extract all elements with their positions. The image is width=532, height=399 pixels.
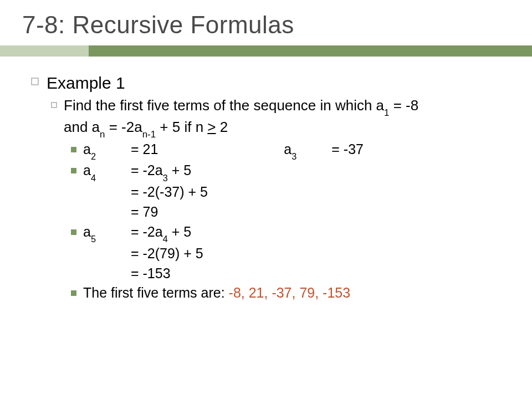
subscript: 4 [163, 234, 168, 244]
subscript: 3 [163, 173, 168, 183]
slide-content: Example 1 Find the first five terms of t… [0, 57, 532, 303]
text: 2 [216, 119, 228, 135]
subscript: n-1 [142, 129, 156, 140]
text: = -2(79) + 5 [131, 244, 203, 263]
text: a [284, 141, 291, 157]
slide-title: 7-8: Recursive Formulas [0, 0, 532, 45]
ge-symbol: > [207, 119, 216, 135]
text: a [83, 162, 91, 178]
filled-square-bullet-icon [71, 147, 76, 152]
subscript: 5 [91, 234, 96, 244]
accent-bar [0, 45, 532, 57]
value: = 21 [131, 140, 158, 159]
example-heading: Example 1 [31, 72, 505, 95]
text: + 5 [168, 162, 191, 178]
text: + 5 [168, 224, 191, 239]
summary-text: The first five terms are: -8, 21, -37, 7… [83, 284, 350, 303]
text: a [83, 141, 91, 157]
filled-square-bullet-icon [71, 168, 76, 173]
term-a4-step3: = 79 [31, 203, 505, 222]
text: = -2a [131, 162, 163, 178]
term-line: a2= 21 a3= -37 [83, 140, 364, 161]
problem-text: Find the first five terms of the sequenc… [64, 96, 418, 139]
text: = -8 [389, 97, 418, 114]
term-a5-step2: = -2(79) + 5 [31, 244, 505, 263]
text: = -2a [131, 224, 163, 239]
text: a [83, 224, 91, 239]
subscript: 3 [291, 151, 296, 161]
summary-line: The first five terms are: -8, 21, -37, 7… [31, 284, 505, 303]
text: = 79 [131, 203, 158, 222]
text: + 5 if n [156, 119, 207, 135]
example-label: Example 1 [47, 72, 125, 95]
term-a4: a4= -2a3 + 5 [31, 161, 505, 182]
filled-square-bullet-icon [71, 229, 76, 235]
filled-square-bullet-icon [71, 290, 76, 296]
problem-statement: Find the first five terms of the sequenc… [31, 96, 505, 139]
term-a4-step2: = -2(-37) + 5 [31, 183, 505, 202]
term-a2-a3: a2= 21 a3= -37 [31, 140, 505, 161]
accent-bar-left [0, 45, 89, 57]
subscript: n [100, 129, 105, 140]
hollow-square-bullet-icon [51, 102, 57, 108]
term-line: a5= -2a4 + 5 [83, 223, 191, 243]
text: Find the first five terms of the sequenc… [64, 97, 384, 114]
term-a5: a5= -2a4 + 5 [31, 223, 505, 243]
text: = -2(-37) + 5 [131, 183, 208, 202]
term-line: a4= -2a3 + 5 [83, 161, 191, 182]
hollow-square-bullet-icon [31, 78, 39, 85]
answer-values: -8, 21, -37, 79, -153 [229, 285, 351, 300]
subscript: 4 [91, 173, 96, 183]
text: = -153 [131, 264, 171, 283]
subscript: 1 [384, 108, 389, 118]
text: The first five terms are: [83, 285, 229, 300]
value: = -37 [331, 141, 364, 157]
subscript: 2 [91, 151, 96, 161]
accent-bar-right [89, 45, 532, 57]
term-a5-step3: = -153 [31, 264, 505, 283]
text: and a [64, 119, 100, 135]
text: = -2a [105, 119, 142, 135]
